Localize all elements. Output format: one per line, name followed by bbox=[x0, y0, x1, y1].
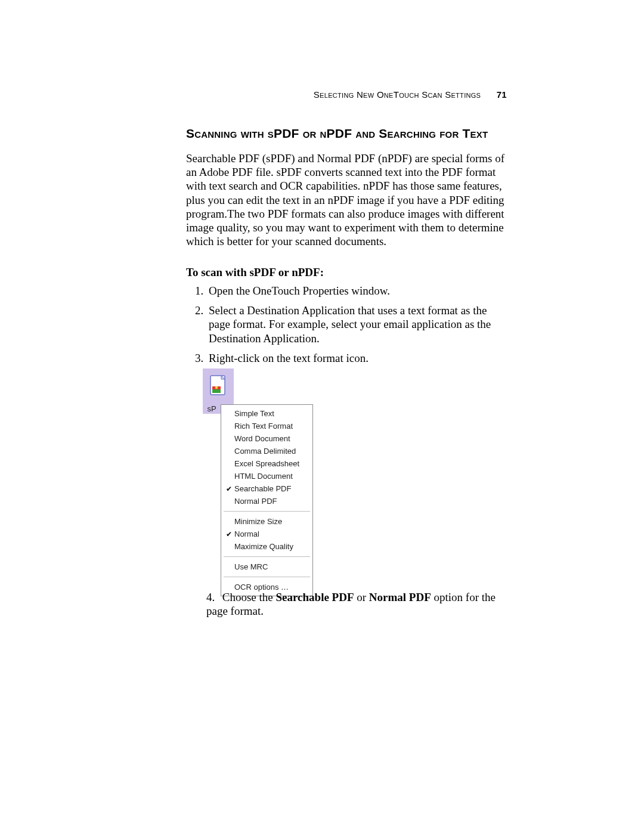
menu-group-mrc: Use MRC bbox=[221, 558, 312, 575]
menu-item-label: Simple Text bbox=[233, 409, 274, 418]
menu-item-label: Comma Delimited bbox=[233, 447, 296, 456]
menu-item-maximize-quality[interactable]: Maximize Quality bbox=[221, 540, 312, 553]
menu-item-word-doc[interactable]: Word Document bbox=[221, 432, 312, 445]
step-4-text-pre: Choose the bbox=[222, 591, 276, 603]
menu-group-quality: Minimize Size ✔Normal Maximize Quality bbox=[221, 513, 312, 555]
menu-separator bbox=[224, 577, 310, 577]
menu-group-formats: Simple Text Rich Text Format Word Docume… bbox=[221, 405, 312, 510]
step-1-text: Open the OneTouch Properties window. bbox=[209, 284, 390, 297]
step-3: Right-click on the text format icon. bbox=[206, 351, 508, 365]
running-header: Selecting New OneTouch Scan Settings 71 bbox=[314, 89, 507, 100]
menu-separator bbox=[224, 511, 310, 512]
menu-item-label: Maximize Quality bbox=[233, 542, 293, 551]
procedure-list: Open the OneTouch Properties window. Sel… bbox=[206, 284, 508, 371]
document-page: Selecting New OneTouch Scan Settings 71 … bbox=[0, 0, 644, 833]
menu-item-simple-text[interactable]: Simple Text bbox=[221, 407, 312, 420]
step-2: Select a Destination Application that us… bbox=[206, 304, 508, 345]
check-icon: ✔ bbox=[225, 530, 233, 538]
pdf-file-icon bbox=[208, 374, 228, 398]
svg-point-4 bbox=[215, 386, 218, 389]
menu-item-searchable-pdf[interactable]: ✔Searchable PDF bbox=[221, 482, 312, 495]
format-icon-button[interactable] bbox=[203, 368, 234, 404]
step-3-text: Right-click on the text format icon. bbox=[209, 352, 369, 364]
format-icon-label: sP bbox=[203, 404, 221, 414]
menu-item-rich-text[interactable]: Rich Text Format bbox=[221, 420, 312, 432]
context-menu-figure: sP Simple Text Rich Text Format Word Doc… bbox=[203, 368, 313, 596]
step-4-text-mid: or bbox=[354, 591, 369, 603]
menu-item-label: HTML Document bbox=[233, 472, 293, 481]
menu-item-comma-delimited[interactable]: Comma Delimited bbox=[221, 445, 312, 457]
page-number: 71 bbox=[497, 89, 507, 100]
menu-item-label: Excel Spreadsheet bbox=[233, 459, 299, 468]
menu-item-label: Normal PDF bbox=[233, 497, 277, 506]
step-4-bold-2: Normal PDF bbox=[369, 591, 431, 603]
menu-item-label: Searchable PDF bbox=[233, 484, 291, 493]
menu-item-label: Minimize Size bbox=[233, 517, 282, 526]
format-context-menu[interactable]: Simple Text Rich Text Format Word Docume… bbox=[221, 404, 313, 596]
menu-item-label: Word Document bbox=[233, 434, 290, 443]
menu-item-excel[interactable]: Excel Spreadsheet bbox=[221, 457, 312, 470]
step-4-number: 4. bbox=[206, 590, 219, 604]
menu-separator bbox=[224, 556, 310, 557]
check-icon: ✔ bbox=[225, 485, 233, 493]
step-4-bold-1: Searchable PDF bbox=[275, 591, 354, 603]
procedure-subheading: To scan with sPDF or nPDF: bbox=[186, 266, 324, 279]
section-heading: Scanning with sPDF or nPDF and Searching… bbox=[186, 126, 488, 141]
step-1: Open the OneTouch Properties window. bbox=[206, 284, 508, 298]
step-4: 4. Choose the Searchable PDF or Normal P… bbox=[206, 590, 508, 618]
menu-item-normal-pdf[interactable]: Normal PDF bbox=[221, 495, 312, 507]
menu-item-label: Normal bbox=[233, 529, 259, 538]
menu-item-label: Use MRC bbox=[233, 562, 268, 571]
running-head-text: Selecting New OneTouch Scan Settings bbox=[314, 89, 481, 100]
menu-item-minimize-size[interactable]: Minimize Size bbox=[221, 515, 312, 528]
intro-paragraph: Searchable PDF (sPDF) and Normal PDF (nP… bbox=[186, 151, 508, 248]
step-2-text: Select a Destination Application that us… bbox=[209, 304, 491, 344]
menu-item-html-doc[interactable]: HTML Document bbox=[221, 470, 312, 482]
menu-item-normal[interactable]: ✔Normal bbox=[221, 528, 312, 540]
menu-item-use-mrc[interactable]: Use MRC bbox=[221, 561, 312, 573]
menu-item-label: Rich Text Format bbox=[233, 422, 293, 431]
